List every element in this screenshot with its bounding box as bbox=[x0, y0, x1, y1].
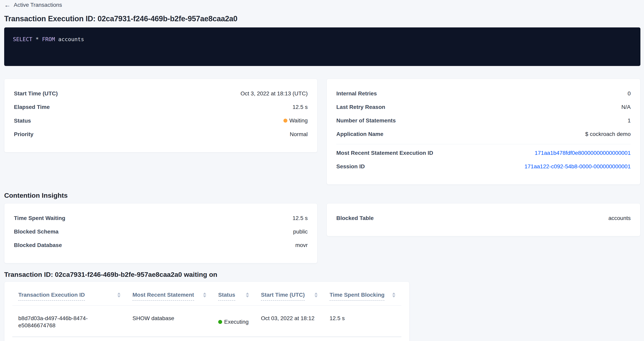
number-of-statements-row: Number of Statements 1 bbox=[336, 117, 631, 124]
page-title: Transaction Execution ID: 02ca7931-f246-… bbox=[4, 14, 640, 23]
priority-row: Priority Normal bbox=[14, 131, 308, 138]
overview-right-card: Internal Retries 0 Last Retry Reason N/A… bbox=[326, 79, 640, 185]
blocked-table-row: Blocked Table accounts bbox=[336, 215, 631, 222]
cell-most-recent-statement: SHOW database bbox=[126, 306, 212, 337]
sort-icon[interactable] bbox=[314, 293, 318, 298]
column-header-most-recent-statement[interactable]: Most Recent Statement bbox=[126, 282, 212, 301]
most-recent-statement-execution-id-row: Most Recent Statement Execution ID 171aa… bbox=[336, 149, 631, 157]
last-retry-reason-row: Last Retry Reason N/A bbox=[336, 103, 631, 111]
priority-value: Normal bbox=[290, 131, 308, 138]
status-row: Status Waiting bbox=[14, 117, 308, 124]
sort-icon[interactable] bbox=[392, 293, 396, 298]
time-spent-waiting-label: Time Spent Waiting bbox=[14, 215, 65, 222]
status-value: Waiting bbox=[284, 117, 308, 124]
sort-icon[interactable] bbox=[203, 293, 206, 298]
blocked-table-label: Blocked Table bbox=[336, 215, 374, 222]
status-executing-text: Executing bbox=[224, 318, 248, 326]
session-id-label: Session ID bbox=[336, 163, 365, 170]
start-time-value: Oct 3, 2022 at 18:13 (UTC) bbox=[240, 90, 308, 97]
blocked-database-label: Blocked Database bbox=[14, 242, 62, 249]
blocked-schema-label: Blocked Schema bbox=[14, 228, 58, 235]
blocked-database-row: Blocked Database movr bbox=[14, 242, 308, 249]
internal-retries-value: 0 bbox=[628, 90, 631, 97]
cell-time-spent-blocking: 12.5 s bbox=[324, 306, 401, 337]
column-header-label: Status bbox=[218, 291, 235, 301]
status-executing-dot bbox=[218, 320, 222, 324]
session-id-row: Session ID 171aa122-c092-54b8-0000-00000… bbox=[336, 163, 631, 170]
transaction-details-page: ← Active Transactions Transaction Execut… bbox=[0, 0, 644, 341]
sql-statement-box: SELECT * FROM accounts bbox=[4, 27, 640, 66]
elapsed-time-row: Elapsed Time 12.5 s bbox=[14, 103, 308, 111]
sql-star: * bbox=[36, 36, 39, 42]
elapsed-time-value: 12.5 s bbox=[292, 103, 308, 111]
waiting-on-table-card: Transaction Execution ID Most Recent Sta… bbox=[4, 282, 410, 341]
sort-icon[interactable] bbox=[117, 293, 120, 298]
back-link-label: Active Transactions bbox=[14, 1, 62, 8]
internal-retries-row: Internal Retries 0 bbox=[336, 90, 631, 97]
last-retry-reason-label: Last Retry Reason bbox=[336, 103, 385, 111]
status-waiting-dot bbox=[284, 119, 288, 123]
last-retry-reason-value: N/A bbox=[621, 103, 631, 111]
application-name-value: $ cockroach demo bbox=[585, 131, 631, 138]
start-time-row: Start Time (UTC) Oct 3, 2022 at 18:13 (U… bbox=[14, 90, 308, 97]
time-spent-waiting-value: 12.5 s bbox=[292, 215, 308, 222]
start-time-label: Start Time (UTC) bbox=[14, 90, 58, 97]
blocked-schema-row: Blocked Schema public bbox=[14, 228, 308, 235]
most-recent-statement-execution-id-label: Most Recent Statement Execution ID bbox=[336, 149, 433, 157]
sql-keyword-select: SELECT bbox=[13, 36, 32, 42]
back-arrow-icon: ← bbox=[4, 2, 10, 8]
number-of-statements-value: 1 bbox=[628, 117, 631, 124]
overview-left-card: Start Time (UTC) Oct 3, 2022 at 18:13 (U… bbox=[4, 79, 318, 152]
contention-cards-row: Time Spent Waiting 12.5 s Blocked Schema… bbox=[4, 203, 640, 263]
cell-status: Executing bbox=[212, 306, 255, 337]
time-spent-waiting-row: Time Spent Waiting 12.5 s bbox=[14, 215, 308, 222]
waiting-on-table-header: Transaction Execution ID Most Recent Sta… bbox=[12, 282, 401, 306]
overview-cards-row: Start Time (UTC) Oct 3, 2022 at 18:13 (U… bbox=[4, 79, 640, 185]
sort-icon[interactable] bbox=[246, 293, 249, 298]
priority-label: Priority bbox=[14, 131, 34, 138]
status-label: Status bbox=[14, 117, 31, 124]
contention-insights-heading: Contention Insights bbox=[4, 191, 640, 200]
blocked-database-value: movr bbox=[295, 242, 308, 249]
column-header-label: Time Spent Blocking bbox=[330, 291, 384, 301]
blocked-table-value: accounts bbox=[608, 215, 631, 222]
sql-keyword-from: FROM bbox=[42, 36, 55, 42]
most-recent-statement-execution-id-link[interactable]: 171aa1b478fdf0e80000000000000001 bbox=[534, 149, 631, 157]
number-of-statements-label: Number of Statements bbox=[336, 117, 396, 124]
session-id-link[interactable]: 171aa122-c092-54b8-0000-000000000001 bbox=[524, 163, 631, 170]
column-header-label: Transaction Execution ID bbox=[18, 291, 85, 301]
column-header-status[interactable]: Status bbox=[212, 282, 255, 301]
application-name-label: Application Name bbox=[336, 131, 383, 138]
table-row: b8d7d03a-d497-446b-8474-e50846674768 SHO… bbox=[12, 306, 401, 337]
contention-right-card: Blocked Table accounts bbox=[326, 203, 640, 236]
column-header-transaction-execution-id[interactable]: Transaction Execution ID bbox=[12, 282, 126, 301]
waiting-on-heading: Transaction ID: 02ca7931-f246-469b-b2fe-… bbox=[4, 270, 640, 279]
column-header-label: Most Recent Statement bbox=[132, 291, 194, 301]
application-name-row: Application Name $ cockroach demo bbox=[336, 131, 631, 138]
sql-table-name: accounts bbox=[58, 36, 84, 42]
blocked-schema-value: public bbox=[293, 228, 308, 235]
column-header-label: Start Time (UTC) bbox=[261, 291, 305, 301]
contention-left-card: Time Spent Waiting 12.5 s Blocked Schema… bbox=[4, 203, 318, 263]
card-divider bbox=[336, 144, 631, 144]
column-header-time-spent-blocking[interactable]: Time Spent Blocking bbox=[324, 282, 401, 301]
cell-transaction-execution-id: b8d7d03a-d497-446b-8474-e50846674768 bbox=[12, 306, 126, 337]
cell-start-time: Oct 03, 2022 at 18:12 bbox=[255, 306, 324, 337]
internal-retries-label: Internal Retries bbox=[336, 90, 377, 97]
elapsed-time-label: Elapsed Time bbox=[14, 103, 50, 111]
column-header-start-time[interactable]: Start Time (UTC) bbox=[255, 282, 324, 301]
back-link-active-transactions[interactable]: ← Active Transactions bbox=[4, 1, 62, 8]
status-waiting-text: Waiting bbox=[290, 117, 308, 124]
